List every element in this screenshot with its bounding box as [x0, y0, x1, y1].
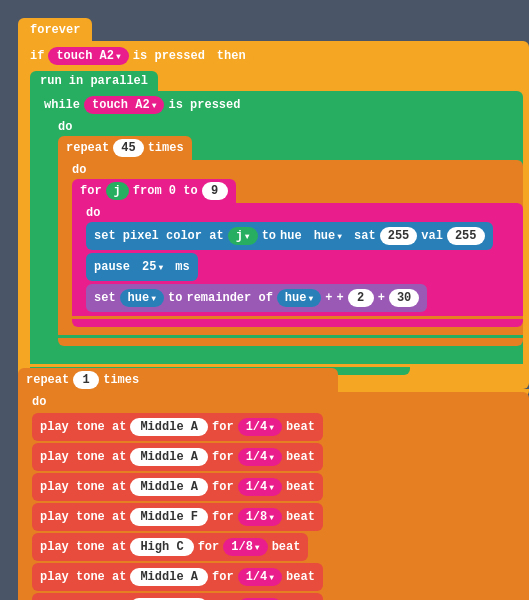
for-tone-label-1: for — [212, 450, 234, 464]
pause-dropdown[interactable]: ▼ — [158, 263, 163, 272]
play-tone-block-6: play tone at Middle F for 1/8 ▼ beat — [32, 593, 323, 600]
duration-dropdown-2[interactable]: ▼ — [269, 483, 274, 492]
duration-pill-2[interactable]: 1/4 ▼ — [238, 478, 282, 496]
touch-condition-pill[interactable]: touch A2 ▼ — [48, 47, 128, 65]
note-pill-0[interactable]: Middle A — [130, 418, 208, 436]
note-pill-5[interactable]: Middle A — [130, 568, 208, 586]
play-tone-block-0: play tone at Middle A for 1/4 ▼ beat — [32, 413, 323, 441]
hue-var-pill: hue ▼ — [306, 227, 350, 245]
duration-pill-1[interactable]: 1/4 ▼ — [238, 448, 282, 466]
duration-pill-3[interactable]: 1/8 ▼ — [238, 508, 282, 526]
do-label-2: do — [72, 163, 86, 177]
then-label: then — [209, 47, 254, 65]
play-tone-label-1: play tone at — [40, 450, 126, 464]
ms-label: ms — [175, 260, 189, 274]
duration-text-3: 1/8 — [246, 510, 268, 524]
set-pixel-label: set pixel color at — [94, 229, 224, 243]
set-hue-block: set hue ▼ to remainder of hue ▼ — [86, 284, 427, 312]
beat-label-2: beat — [286, 480, 315, 494]
touch-dropdown-icon[interactable]: ▼ — [116, 52, 121, 61]
do-label-3: do — [86, 206, 100, 220]
duration-text-1: 1/4 — [246, 450, 268, 464]
run-parallel-label: run in parallel — [40, 74, 148, 88]
while-label: while — [44, 98, 80, 112]
j-var-text: j — [114, 184, 121, 198]
pause-block: pause 25 ▼ ms — [86, 253, 198, 281]
beat-label-4: beat — [272, 540, 301, 554]
repeat-bottom-label: repeat — [26, 373, 69, 387]
forever-label: forever — [30, 23, 80, 37]
play-tone-block-1: play tone at Middle A for 1/4 ▼ beat — [32, 443, 323, 471]
plus2-label: + — [336, 291, 343, 305]
while-touch-text: touch A2 — [92, 98, 150, 112]
duration-dropdown-0[interactable]: ▼ — [269, 423, 274, 432]
repeat-label: repeat — [66, 141, 109, 155]
hue-var-text: hue — [314, 229, 336, 243]
hue-set-pill[interactable]: hue ▼ — [120, 289, 164, 307]
to-label-pixel: to — [262, 229, 276, 243]
repeat-bottom-times-value[interactable]: 1 — [73, 371, 99, 389]
play-tone-label-3: play tone at — [40, 510, 126, 524]
to-label-hue: to — [168, 291, 182, 305]
set-pixel-block: set pixel color at j ▼ to hue hue ▼ — [86, 222, 493, 250]
j-pixel-pill: j ▼ — [228, 227, 258, 245]
duration-pill-0[interactable]: 1/4 ▼ — [238, 418, 282, 436]
while-touch-dropdown-icon[interactable]: ▼ — [152, 101, 157, 110]
play-tone-label-5: play tone at — [40, 570, 126, 584]
duration-text-0: 1/4 — [246, 420, 268, 434]
while-is-pressed-label: is pressed — [168, 98, 240, 112]
j-var-pill: j — [106, 182, 129, 200]
beat-label-0: beat — [286, 420, 315, 434]
note-pill-2[interactable]: Middle A — [130, 478, 208, 496]
beat-label-5: beat — [286, 570, 315, 584]
sat-label: sat — [354, 229, 376, 243]
do-label-1: do — [58, 120, 72, 134]
two-value[interactable]: 2 — [348, 289, 374, 307]
plus3-label: + — [378, 291, 385, 305]
times2-label: times — [103, 373, 139, 387]
for-tone-label-4: for — [198, 540, 220, 554]
note-pill-4[interactable]: High C — [130, 538, 193, 556]
j-pixel-text: j — [236, 229, 243, 243]
duration-pill-5[interactable]: 1/4 ▼ — [238, 568, 282, 586]
play-tone-label-2: play tone at — [40, 480, 126, 494]
pause-val-pill[interactable]: 25 ▼ — [134, 258, 171, 276]
for-tone-label-0: for — [212, 420, 234, 434]
hue-rem-dropdown[interactable]: ▼ — [308, 294, 313, 303]
note-pill-3[interactable]: Middle F — [130, 508, 208, 526]
hue-set-dropdown[interactable]: ▼ — [151, 294, 156, 303]
thirty-value[interactable]: 30 — [389, 289, 419, 307]
play-tone-block-3: play tone at Middle F for 1/8 ▼ beat — [32, 503, 323, 531]
note-pill-1[interactable]: Middle A — [130, 448, 208, 466]
beat-label-3: beat — [286, 510, 315, 524]
j-pixel-dropdown[interactable]: ▼ — [245, 232, 250, 241]
duration-dropdown-3[interactable]: ▼ — [269, 513, 274, 522]
while-touch-pill[interactable]: touch A2 ▼ — [84, 96, 164, 114]
sat-value[interactable]: 255 — [380, 227, 418, 245]
play-tone-block-4: play tone at High C for 1/8 ▼ beat — [32, 533, 308, 561]
duration-dropdown-4[interactable]: ▼ — [255, 543, 260, 552]
duration-dropdown-5[interactable]: ▼ — [269, 573, 274, 582]
play-tones-container: play tone at Middle A for 1/4 ▼ beat pla… — [32, 411, 529, 600]
hue-var-dropdown[interactable]: ▼ — [337, 232, 342, 241]
beat-label-1: beat — [286, 450, 315, 464]
duration-pill-4[interactable]: 1/8 ▼ — [223, 538, 267, 556]
remainder-label: remainder of — [186, 291, 272, 305]
if-label: if — [30, 49, 44, 63]
plus-label: + — [325, 291, 332, 305]
val-value[interactable]: 255 — [447, 227, 485, 245]
duration-text-4: 1/8 — [231, 540, 253, 554]
hue-rem-pill: hue ▼ — [277, 289, 321, 307]
to-value[interactable]: 9 — [202, 182, 228, 200]
for-tone-label-5: for — [212, 570, 234, 584]
repeat-times-value[interactable]: 45 — [113, 139, 143, 157]
hue-set-text: hue — [128, 291, 150, 305]
play-tone-label-4: play tone at — [40, 540, 126, 554]
repeat-bottom-block: repeat 1 times do play tone at Middle A … — [18, 368, 529, 600]
duration-dropdown-1[interactable]: ▼ — [269, 453, 274, 462]
pause-label: pause — [94, 260, 130, 274]
forever-block: forever if touch A2 ▼ is pressed then ru… — [18, 18, 529, 397]
duration-text-2: 1/4 — [246, 480, 268, 494]
is-pressed-label: is pressed — [133, 49, 205, 63]
do-label-bottom: do — [32, 395, 46, 409]
